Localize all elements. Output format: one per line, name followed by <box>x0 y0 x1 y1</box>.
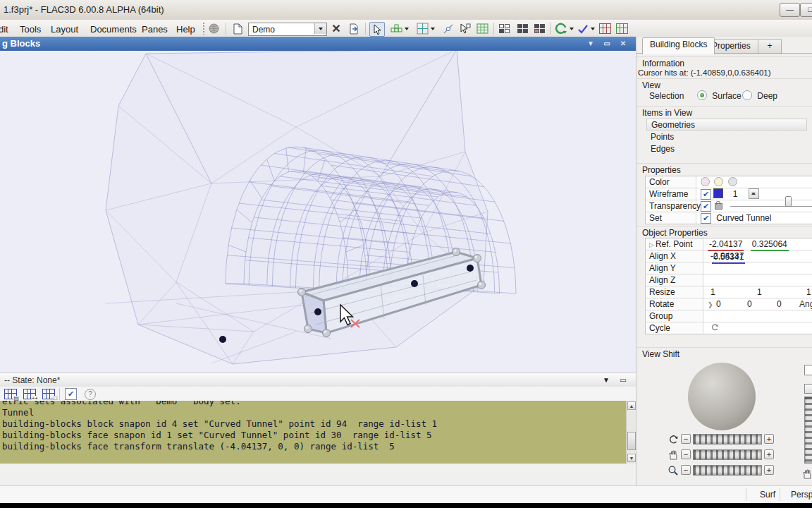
clipped-button[interactable] <box>804 384 812 394</box>
combobox-dropdown-icon[interactable] <box>314 23 326 34</box>
model-viewport[interactable] <box>0 51 636 373</box>
bottom-edge <box>0 503 812 508</box>
cursor-hits-readout: Cursor hits at: (-1.40859,0,0.636401) <box>638 68 771 77</box>
wireframe-checkbox[interactable]: ✔ <box>701 189 711 200</box>
red-grid-icon[interactable] <box>598 22 612 35</box>
pane-dropdown-icon[interactable]: ▼ <box>585 40 596 47</box>
transparency-checkbox[interactable]: ✔ <box>701 201 711 212</box>
pan-slider[interactable] <box>693 449 762 460</box>
new-document-icon[interactable] <box>231 22 244 35</box>
expander-icon[interactable]: ❯ <box>708 301 713 308</box>
globe-icon[interactable] <box>207 22 220 35</box>
pan-plus-button[interactable]: + <box>764 449 774 459</box>
pointer-box-icon[interactable] <box>458 22 472 35</box>
menu-help[interactable]: Help <box>172 23 199 36</box>
clipped-checkbox[interactable] <box>804 365 812 375</box>
rotate-minus-button[interactable]: − <box>681 434 691 444</box>
scrollbar-thumb[interactable] <box>627 432 636 450</box>
table-icon[interactable] <box>475 22 489 35</box>
title-bar[interactable]: 1.f3prj* - FLAC3D 6.00.8 ALPHA (64bit) —… <box>0 0 812 20</box>
green-grid-icon[interactable] <box>615 22 629 35</box>
help-icon[interactable]: ? <box>85 389 96 400</box>
transparency-slider-thumb[interactable] <box>785 196 792 207</box>
radio-deep[interactable]: Deep <box>742 90 777 101</box>
wireframe-color-swatch[interactable] <box>713 188 723 198</box>
resize-x[interactable]: 1 <box>710 286 715 298</box>
tab-add[interactable]: + <box>758 39 782 54</box>
save-state-icon[interactable]: ▤ <box>4 389 17 399</box>
grid-cross-icon[interactable] <box>414 22 437 35</box>
status-persp: Persp <box>791 490 812 500</box>
resize-z[interactable]: 1 <box>806 286 811 298</box>
resize-y[interactable]: 1 <box>757 286 762 298</box>
console-dropdown-icon[interactable]: ▼ <box>601 376 612 384</box>
color-swatch-gray[interactable] <box>728 177 737 186</box>
list-item-edges[interactable]: Edges <box>646 143 807 155</box>
rotate-x[interactable]: 0 <box>716 298 721 310</box>
radio-deep-icon[interactable] <box>742 90 752 100</box>
rotate-z[interactable]: 0 <box>777 298 782 310</box>
console-scrollbar[interactable]: ▲ ▼ <box>626 401 636 464</box>
radio-surface-icon[interactable] <box>697 90 707 100</box>
project-combobox[interactable]: Demo <box>248 23 327 36</box>
ref-point-y[interactable]: 0.325064 <box>751 238 789 251</box>
menu-panes[interactable]: Panes <box>137 23 172 36</box>
scroll-up-icon[interactable]: ▲ <box>627 401 636 410</box>
scroll-down-icon[interactable]: ▼ <box>627 454 636 462</box>
wireframe-spinner[interactable] <box>749 188 759 199</box>
trackball-sphere[interactable] <box>688 363 756 430</box>
project-combobox-value: Demo <box>252 25 275 35</box>
menu-documents[interactable]: Documents <box>86 23 141 36</box>
color-swatch-pink[interactable] <box>701 177 710 186</box>
transparency-slider[interactable] <box>730 200 812 212</box>
viewport-title: g Blocks <box>2 38 40 49</box>
apply-check-icon[interactable] <box>577 22 595 35</box>
console-output[interactable]: etric sets associated with 'Demo' body s… <box>0 401 626 464</box>
console-restore-icon[interactable]: ▭ <box>617 376 629 384</box>
status-surf: Surf <box>760 490 775 500</box>
block-pair-icon-2[interactable] <box>516 22 530 35</box>
add-blocks-icon[interactable] <box>389 22 410 35</box>
maximize-button[interactable]: □ <box>800 3 812 17</box>
menu-layout[interactable]: Layout <box>47 23 82 36</box>
loop-select-icon[interactable] <box>554 22 574 35</box>
snap-point-icon[interactable] <box>441 22 455 35</box>
block-pair-icon-1[interactable] <box>498 22 512 35</box>
minimize-button[interactable]: — <box>780 3 800 17</box>
select-pointer-icon[interactable] <box>369 22 385 37</box>
lock-icon[interactable] <box>715 203 722 210</box>
add-state-icon[interactable]: ++ <box>23 389 36 399</box>
set-checkbox[interactable]: ✔ <box>701 213 711 224</box>
zoom-minus-button[interactable]: − <box>681 465 691 475</box>
rotate-y[interactable]: 0 <box>747 298 752 310</box>
rotate-plus-button[interactable]: + <box>764 434 774 444</box>
pane-restore-icon[interactable]: ▭ <box>601 40 613 47</box>
view-header: View <box>642 80 660 90</box>
viewport-title-bar[interactable]: g Blocks ▼ ▭ ✕ <box>0 37 636 51</box>
clipped-vertical-slider[interactable] <box>804 397 812 464</box>
rotate-slider[interactable] <box>693 434 762 445</box>
delete-icon[interactable]: ✕ <box>330 22 343 35</box>
wireframe-width-value[interactable]: 1 <box>732 188 739 200</box>
export-icon[interactable] <box>347 22 361 35</box>
console-checkbox[interactable]: ✔ <box>65 388 77 400</box>
menu-edit[interactable]: dit <box>0 23 13 36</box>
list-item-geometries[interactable]: Geometries <box>646 119 807 131</box>
new-state-icon[interactable]: □ <box>42 389 55 399</box>
zoom-slider[interactable] <box>693 465 762 476</box>
tab-building-blocks[interactable]: Building Blocks <box>642 37 715 54</box>
list-item-points[interactable]: Points <box>646 131 807 143</box>
align-x-value[interactable]: -2.04137 <box>710 250 744 262</box>
radio-surface[interactable]: Surface <box>697 90 742 101</box>
console-title-bar[interactable]: -- State: None* ▼ ▭ <box>0 373 636 388</box>
expander-icon[interactable]: ▷ <box>649 241 654 248</box>
color-swatch-cream[interactable] <box>714 177 723 186</box>
ref-point-x[interactable]: -2.04137 <box>708 238 744 251</box>
pane-close-icon[interactable]: ✕ <box>617 40 629 47</box>
block-pair-icon-3[interactable] <box>533 22 547 35</box>
color-row: Color <box>646 176 812 188</box>
menu-tools[interactable]: Tools <box>16 23 45 36</box>
zoom-plus-button[interactable]: + <box>764 465 774 475</box>
pan-minus-button[interactable]: − <box>681 449 691 459</box>
cycle-refresh-icon[interactable] <box>710 323 719 334</box>
